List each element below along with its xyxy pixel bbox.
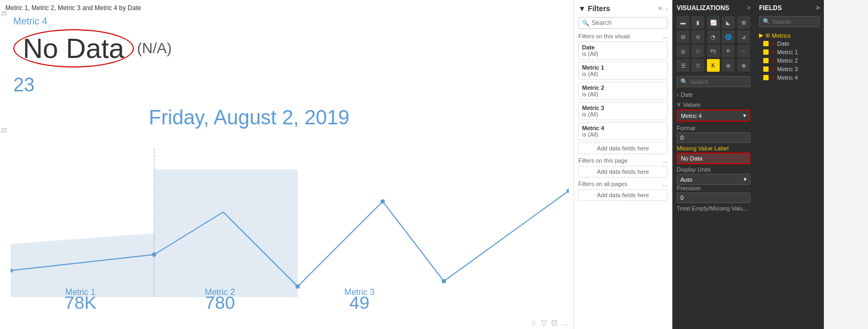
viz-date-expand-icon: › [677, 91, 679, 98]
metric-big-display: Metric 4 No Data (N/A) 23 [13, 16, 172, 96]
filter-item-metric2[interactable]: Metric 2 is (All) [578, 82, 668, 100]
no-data-wrapper: No Data (N/A) [13, 29, 172, 68]
filters-this-page-more[interactable]: ... [663, 157, 668, 164]
viz-values-dropdown-arrow: ▾ [743, 112, 746, 119]
na-text: (N/A) [137, 40, 172, 57]
filters-panel: ▼ Filters 👁 › 🔍 Filters on this visual .… [574, 0, 672, 329]
field-metric3-x: ✕ [771, 66, 775, 72]
add-fields-this-page[interactable]: Add data fields here [578, 166, 668, 178]
field-item-metric1[interactable]: ✕ Metric 1 [759, 48, 820, 56]
viz-icon-filter2[interactable]: ▽ [692, 59, 704, 72]
svg-point-4 [381, 199, 385, 204]
field-group-name: Metrics [772, 32, 790, 39]
filters-this-page-header: Filters on this page ... [578, 157, 668, 164]
viz-icon-line[interactable]: 📈 [707, 16, 720, 29]
viz-icon-python[interactable]: Py [707, 45, 720, 57]
viz-icon-gauge[interactable]: ◎ [677, 45, 689, 57]
viz-missing-input[interactable] [677, 153, 751, 164]
filters-eye-icon[interactable]: 👁 [658, 5, 663, 12]
metric4-label: Metric 4 [13, 16, 172, 27]
viz-format-section: Format [677, 125, 751, 145]
viz-scroll-area: › Date ∨ Values Metric 4 ▾ Format Missin… [677, 91, 751, 325]
viz-icon-r[interactable]: R [722, 45, 735, 57]
field-metric4-x: ✕ [771, 75, 775, 81]
field-item-metric2[interactable]: ✕ Metric 2 [759, 56, 820, 65]
field-item-metric3[interactable]: ✕ Metric 3 [759, 65, 820, 73]
viz-icon-bar[interactable]: ▬ [677, 16, 689, 29]
filter-item-date[interactable]: Date is (All) [578, 41, 668, 60]
no-data-text: No Data [13, 29, 134, 68]
viz-values-header[interactable]: ∨ Values [677, 101, 751, 108]
field-metric1-name: Metric 1 [777, 49, 798, 55]
viz-treat-empty-label: Treat Empty/Missing Valu... [677, 205, 751, 212]
viz-missing-section: Missing Value Label [677, 145, 751, 166]
filters-expand-icon[interactable]: › [665, 5, 668, 12]
viz-format-label: Format [677, 125, 751, 131]
viz-date-header[interactable]: › Date [677, 91, 751, 98]
chart-area: Metric 1, Metric 2, Metric 3 and Metric … [0, 0, 574, 329]
viz-values-dropdown[interactable]: Metric 4 ▾ [677, 109, 751, 122]
viz-icon-map[interactable]: 🌐 [722, 30, 735, 43]
focus-icon[interactable]: ⊡ [551, 318, 558, 327]
filters-search-input[interactable] [592, 19, 664, 27]
viz-icon-kpi[interactable]: K [707, 59, 720, 72]
viz-icon-matrix[interactable]: ⊟ [677, 30, 689, 43]
filters-all-pages-header: Filters on all pages ... [578, 181, 668, 187]
add-fields-all-pages[interactable]: Add data fields here [578, 189, 668, 201]
viz-icon-funnel[interactable]: ⊿ [737, 30, 750, 43]
viz-date-label: Date [681, 91, 693, 98]
viz-display-units-section: Display Units Auto ▾ [677, 166, 751, 185]
viz-icon-column[interactable]: ▮ [692, 16, 704, 29]
filter-item-metric1[interactable]: Metric 1 is (All) [578, 62, 668, 80]
filters-search-box[interactable]: 🔍 [578, 17, 668, 29]
y-axis-top: 25 [1, 11, 7, 16]
viz-icon-area[interactable]: ◣ [722, 16, 735, 29]
viz-icon-extra1[interactable]: ⊛ [722, 59, 735, 72]
viz-icon-scatter[interactable]: ⊙ [692, 30, 704, 43]
viz-icon-card[interactable]: □ [692, 45, 704, 57]
filters-scroll-area: Date is (All) Metric 1 is (All) Metric 2… [578, 41, 668, 325]
field-metric2-name: Metric 2 [777, 57, 798, 64]
fields-search-box[interactable]: 🔍 [759, 16, 820, 27]
filters-all-pages-label: Filters on all pages [578, 181, 627, 187]
field-date-name: Date [777, 40, 789, 47]
fields-scroll-area: ▶ ⊞ Metrics ✕ Date ✕ Metric 1 ✕ Metric 2 [759, 31, 820, 325]
date-label: Friday, August 2, 2019 [149, 106, 349, 129]
viz-chevron[interactable]: > [747, 4, 751, 12]
viz-display-units-dropdown[interactable]: Auto ▾ [677, 174, 751, 185]
fields-chevron[interactable]: > [816, 4, 820, 12]
field-group-table-icon: ⊞ [765, 32, 770, 38]
add-fields-this-visual[interactable]: Add data fields here [578, 142, 668, 154]
field-item-date[interactable]: ✕ Date [759, 39, 820, 48]
star-icon[interactable]: ☆ [530, 318, 537, 327]
more-icon[interactable]: ... [562, 318, 568, 327]
filters-all-pages-more[interactable]: ... [663, 181, 668, 187]
field-metric4-checkbox [763, 75, 769, 80]
field-date-x: ✕ [771, 41, 775, 47]
field-date-checkbox [763, 41, 769, 46]
viz-format-input[interactable] [677, 132, 751, 143]
filter-icon[interactable]: ▽ [541, 318, 547, 327]
viz-search-box[interactable]: 🔍 [677, 76, 751, 87]
fields-header: FIELDS > [759, 4, 820, 12]
y-axis-bottom: 22 [1, 128, 7, 133]
viz-precision-input[interactable] [677, 192, 751, 203]
viz-precision-section: Precision [677, 185, 751, 205]
viz-icon-pie[interactable]: ◔ [707, 30, 720, 43]
fields-search-input[interactable] [772, 19, 816, 25]
field-item-metric4[interactable]: ✕ Metric 4 [759, 73, 820, 82]
viz-icon-more[interactable]: ··· [737, 45, 750, 57]
viz-icon-extra2[interactable]: ⊕ [737, 59, 750, 72]
filters-title-text: Filters [588, 4, 610, 13]
filter-item-metric3[interactable]: Metric 3 is (All) [578, 102, 668, 120]
viz-header: VISUALIZATIONS > [677, 4, 751, 12]
field-group-metrics-header[interactable]: ▶ ⊞ Metrics [759, 31, 820, 39]
filters-this-visual-more[interactable]: ... [663, 33, 668, 39]
viz-search-input[interactable] [690, 79, 747, 85]
field-metric3-checkbox [763, 66, 769, 72]
viz-icon-table[interactable]: ⊞ [737, 16, 750, 29]
metric1-label: Metric 1 [11, 288, 150, 297]
chart-title: Metric 1, Metric 2, Metric 3 and Metric … [5, 4, 141, 12]
filter-item-metric4[interactable]: Metric 4 is (All) [578, 122, 668, 140]
viz-icon-slicer[interactable]: ☰ [677, 59, 689, 72]
